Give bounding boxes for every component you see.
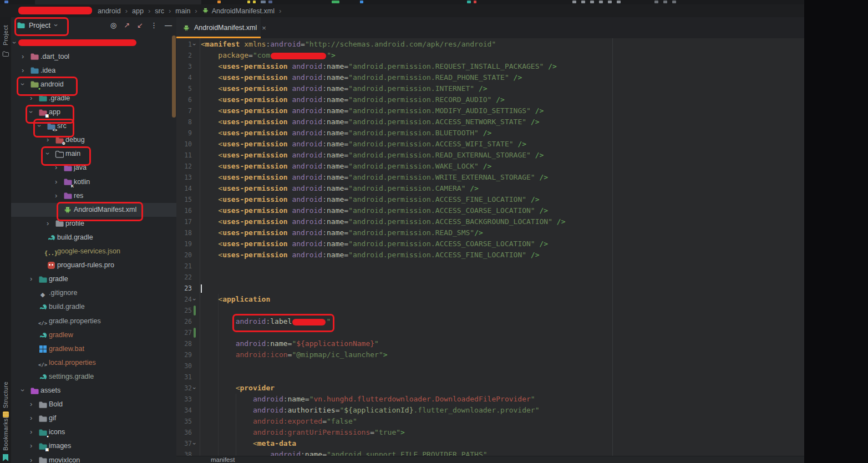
breadcrumb-item-src[interactable]: src (155, 7, 164, 15)
fold-marker-icon[interactable]: › (189, 43, 200, 45)
chevron-expanded-icon[interactable]: › (19, 83, 27, 85)
chevron-expanded-icon[interactable]: › (11, 41, 18, 43)
chevron-collapsed-icon[interactable]: › (30, 442, 32, 450)
chevron-collapsed-icon[interactable]: › (30, 456, 32, 463)
tree-item-build.gradle[interactable]: build.gradle (11, 300, 176, 314)
code-line-29[interactable]: android:icon="@mipmap/ic_launcher"> (201, 349, 388, 360)
code-line-32[interactable]: <provider (201, 383, 275, 394)
code-line-14[interactable]: <uses-permission android:name="android.p… (201, 183, 479, 194)
breadcrumb-item-android[interactable]: android (98, 7, 121, 15)
code-line-23[interactable] (201, 283, 202, 294)
code-line-3[interactable]: <uses-permission android:name="android.p… (201, 61, 557, 72)
chevron-expanded-icon[interactable]: › (35, 125, 43, 127)
tree-item-main[interactable]: ›main (11, 147, 176, 161)
breadcrumb-item-main[interactable]: main (175, 7, 190, 15)
code-line-28[interactable]: android:name="${applicationName}" (201, 338, 379, 349)
code-line-9[interactable]: <uses-permission android:name="android.p… (201, 128, 491, 139)
tree-item-android[interactable]: ›●android (11, 78, 176, 91)
code-line-17[interactable]: <uses-permission android:name="android.p… (201, 216, 565, 227)
tree-item-proguard-rules.pro[interactable]: proguard-rules.pro (11, 258, 176, 272)
code-line-26[interactable]: android:label" (201, 316, 331, 327)
tree-item-.gradle[interactable]: ›.gradle (11, 91, 176, 105)
tree-item-icons[interactable]: ›●icons (11, 425, 176, 439)
fold-marker-icon[interactable]: › (189, 387, 200, 389)
code-line-5[interactable]: <uses-permission android:name="android.p… (201, 83, 488, 94)
code-line-20[interactable]: <uses-permission android:name="android.p… (201, 250, 540, 261)
code-line-37[interactable]: <meta-data (201, 438, 296, 449)
sidebar-item-structure[interactable]: Structure (0, 381, 11, 418)
chevron-collapsed-icon[interactable]: › (30, 428, 32, 436)
tree-item-.idea[interactable]: ›.idea (11, 64, 176, 78)
code-line-4[interactable]: <uses-permission android:name="android.p… (201, 72, 522, 83)
chevron-collapsed-icon[interactable]: › (47, 220, 49, 227)
code-editor[interactable]: 1›23456789101112131415161718192021222324… (176, 38, 804, 456)
chevron-collapsed-icon[interactable]: › (22, 67, 24, 74)
chevron-collapsed-icon[interactable]: › (55, 164, 57, 171)
chevron-expanded-icon[interactable]: › (19, 389, 27, 391)
tree-item-profile[interactable]: ›profile (11, 217, 176, 231)
code-line-8[interactable]: <uses-permission android:name="android.p… (201, 116, 540, 128)
tree-item-.gitignore[interactable]: ◆.gitignore (11, 286, 176, 300)
project-tree-scrollbar[interactable] (172, 35, 176, 118)
sidebar-item-bookmarks[interactable]: Bookmarks (0, 418, 11, 461)
tree-item-src[interactable]: ›<>src (11, 119, 176, 133)
code-line-11[interactable]: <uses-permission android:name="android.p… (201, 150, 544, 161)
tree-item-.dart_tool[interactable]: ›.dart_tool (11, 50, 176, 64)
code-line-10[interactable]: <uses-permission android:name="android.p… (201, 139, 526, 150)
code-line-15[interactable]: <uses-permission android:name="android.p… (201, 194, 540, 205)
tree-item-gradlew.bat[interactable]: gradlew.bat (11, 342, 176, 356)
code-line-36[interactable]: android:grantUriPermissions="true"> (201, 427, 405, 438)
tree-item-kotlin[interactable]: ›Kkotlin (11, 175, 176, 189)
chevron-collapsed-icon[interactable]: › (47, 136, 49, 144)
tree-item-AndroidManifest.xml[interactable]: AndroidManifest.xml (11, 203, 176, 217)
tree-item-java[interactable]: ›java (11, 161, 176, 175)
breadcrumb-item-androidmanifest.xml[interactable]: AndroidManifest.xml (202, 7, 275, 16)
chevron-collapsed-icon[interactable]: › (22, 53, 24, 60)
code-line-12[interactable]: <uses-permission android:name="android.p… (201, 161, 491, 172)
chevron-collapsed-icon[interactable]: › (30, 400, 32, 408)
tree-item-build.gradle[interactable]: build.gradle (11, 231, 176, 245)
code-line-34[interactable]: android:authorities="${applicationId}.fl… (201, 405, 540, 416)
chevron-expanded-icon[interactable]: › (27, 111, 35, 113)
chevron-collapsed-icon[interactable]: › (55, 192, 57, 200)
code-line-6[interactable]: <uses-permission android:name="android.p… (201, 94, 505, 105)
code-line-1[interactable]: <manifest xmlns:android="http://schemas.… (201, 39, 496, 50)
tree-item-gradle.properties[interactable]: </>gradle.properties (11, 314, 176, 328)
fold-marker-icon[interactable]: › (189, 298, 200, 301)
fold-marker-icon[interactable]: › (189, 442, 200, 445)
tree-item-google-services.json[interactable]: {..}google-services.json (11, 245, 176, 258)
code-line-7[interactable]: <uses-permission android:name="android.p… (201, 105, 544, 116)
code-line-38[interactable]: android:name="android.support.FILE_PROVI… (201, 449, 488, 456)
code-line-18[interactable]: <uses-permission android:name="android.p… (201, 227, 483, 238)
tree-item-root[interactable]: › (11, 36, 176, 50)
chevron-collapsed-icon[interactable]: › (30, 275, 32, 283)
tree-item-Bold[interactable]: ›Bold (11, 398, 176, 411)
chevron-collapsed-icon[interactable]: › (30, 94, 32, 102)
tree-item-res[interactable]: ›res (11, 189, 176, 203)
code-line-19[interactable]: <uses-permission android:name="android.p… (201, 238, 548, 250)
close-tab-icon[interactable]: × (262, 24, 266, 32)
code-line-24[interactable]: <application (201, 294, 270, 305)
breadcrumb-manifest[interactable]: manifest (211, 456, 235, 463)
tree-item-assets[interactable]: ›assets (11, 384, 176, 398)
tree-item-gif[interactable]: ›gif (11, 411, 176, 425)
tree-item-app[interactable]: ›▦app (11, 105, 176, 119)
tree-item-gradlew[interactable]: gradlew (11, 328, 176, 342)
code-line-33[interactable]: android:name="vn.hunghd.flutterdownloade… (201, 394, 535, 405)
code-line-13[interactable]: <uses-permission android:name="android.p… (201, 172, 548, 183)
chevron-collapsed-icon[interactable]: › (55, 178, 57, 186)
tree-item-local.properties[interactable]: </>local.properties (11, 356, 176, 370)
code-line-2[interactable]: package="com"> (201, 50, 336, 61)
code-line-16[interactable]: <uses-permission android:name="android.p… (201, 205, 548, 216)
tree-item-gradle[interactable]: ›gradle (11, 272, 176, 286)
sidebar-item-project[interactable]: Project (0, 25, 11, 59)
tab-androidmanifest[interactable]: AndroidManifest.xml × (176, 17, 261, 38)
tree-item-movixIcon[interactable]: ›movixIcon (11, 454, 176, 463)
tree-item-debug[interactable]: ›⚙debug (11, 133, 176, 147)
breadcrumb-item-app[interactable]: app (132, 7, 144, 15)
chevron-expanded-icon[interactable]: › (44, 152, 52, 155)
tree-item-images[interactable]: ›▣images (11, 439, 176, 453)
code-line-35[interactable]: android:exported="false" (201, 416, 357, 427)
chevron-collapsed-icon[interactable]: › (30, 414, 32, 422)
tree-item-settings.gradle[interactable]: settings.gradle (11, 370, 176, 384)
